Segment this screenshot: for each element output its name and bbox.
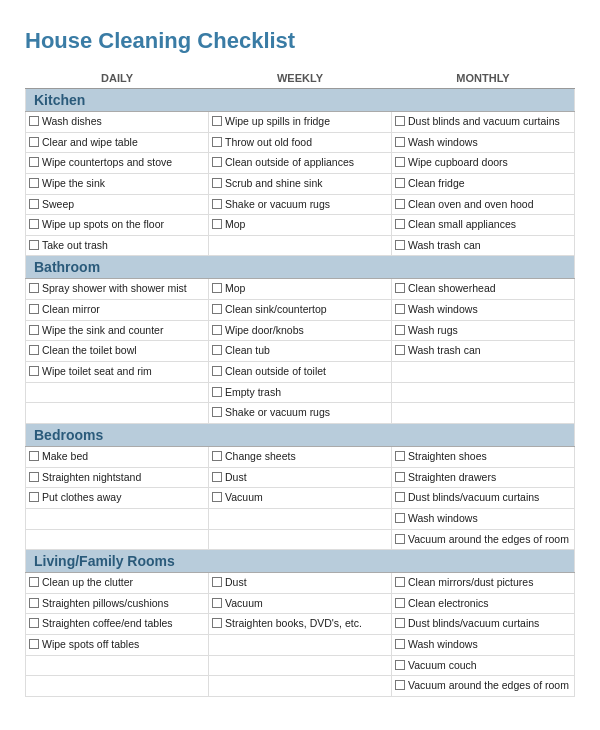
checkbox[interactable] [212, 345, 222, 355]
checkbox[interactable] [212, 577, 222, 587]
item-monthly-3-1: Clean electronics [395, 596, 571, 612]
checkbox[interactable] [395, 137, 405, 147]
checkbox[interactable] [29, 345, 39, 355]
col-monthly: MONTHLY [392, 68, 575, 89]
checkbox[interactable] [212, 451, 222, 461]
checkbox[interactable] [395, 598, 405, 608]
table-row: Put clothes awayVacuumDust blinds/vacuum… [26, 488, 575, 509]
checkbox[interactable] [395, 325, 405, 335]
checkbox[interactable] [29, 178, 39, 188]
checkbox[interactable] [29, 116, 39, 126]
col-weekly: WEEKLY [209, 68, 392, 89]
item-weekly-0-2: Clean outside of appliances [212, 155, 388, 171]
item-daily-3-0: Clean up the clutter [29, 575, 205, 591]
checkbox[interactable] [212, 137, 222, 147]
item-monthly-3-0: Clean mirrors/dust pictures [395, 575, 571, 591]
item-label: Vacuum around the edges of room [408, 533, 569, 547]
checkbox[interactable] [29, 325, 39, 335]
checkbox[interactable] [395, 492, 405, 502]
checkbox[interactable] [395, 240, 405, 250]
checkbox[interactable] [395, 178, 405, 188]
item-monthly-2-0: Straighten shoes [395, 449, 571, 465]
page-title: House Cleaning Checklist [25, 28, 575, 54]
item-label: Take out trash [42, 239, 108, 253]
checkbox[interactable] [29, 598, 39, 608]
checkbox[interactable] [29, 199, 39, 209]
checkbox[interactable] [212, 325, 222, 335]
checkbox[interactable] [212, 492, 222, 502]
table-row: Wash dishesWipe up spills in fridgeDust … [26, 112, 575, 133]
checkbox[interactable] [212, 387, 222, 397]
item-label: Clean oven and oven hood [408, 198, 534, 212]
checkbox[interactable] [29, 472, 39, 482]
table-row: Clean up the clutterDustClean mirrors/du… [26, 573, 575, 594]
item-daily-3-3: Wipe spots off tables [29, 637, 205, 653]
checkbox[interactable] [212, 366, 222, 376]
checkbox[interactable] [395, 618, 405, 628]
item-label: Clean sink/countertop [225, 303, 327, 317]
checkbox[interactable] [212, 407, 222, 417]
checkbox[interactable] [395, 660, 405, 670]
checkbox[interactable] [212, 199, 222, 209]
item-label: Empty trash [225, 386, 281, 400]
checkbox[interactable] [212, 157, 222, 167]
item-weekly-2-1: Dust [212, 470, 388, 486]
checkbox[interactable] [212, 178, 222, 188]
checkbox[interactable] [212, 618, 222, 628]
checkbox[interactable] [212, 598, 222, 608]
checkbox[interactable] [212, 472, 222, 482]
checkbox[interactable] [212, 304, 222, 314]
checkbox[interactable] [395, 157, 405, 167]
item-monthly-0-2: Wipe cupboard doors [395, 155, 571, 171]
item-label: Clean the toilet bowl [42, 344, 137, 358]
checkbox[interactable] [212, 116, 222, 126]
item-label: Wipe the sink and counter [42, 324, 163, 338]
checkbox[interactable] [29, 304, 39, 314]
checkbox[interactable] [395, 283, 405, 293]
item-label: Clean small appliances [408, 218, 516, 232]
item-weekly-1-1: Clean sink/countertop [212, 302, 388, 318]
checkbox[interactable] [395, 534, 405, 544]
checkbox[interactable] [395, 680, 405, 690]
checkbox[interactable] [29, 137, 39, 147]
table-row: Empty trash [26, 382, 575, 403]
checkbox[interactable] [395, 513, 405, 523]
item-label: Wash rugs [408, 324, 458, 338]
item-label: Clean showerhead [408, 282, 496, 296]
item-label: Clean up the clutter [42, 576, 133, 590]
checkbox[interactable] [29, 366, 39, 376]
checkbox[interactable] [29, 157, 39, 167]
checkbox[interactable] [29, 639, 39, 649]
checkbox[interactable] [29, 240, 39, 250]
checkbox[interactable] [395, 304, 405, 314]
section-header-1: Bathroom [26, 256, 575, 279]
checkbox[interactable] [395, 199, 405, 209]
checkbox[interactable] [29, 451, 39, 461]
item-weekly-3-0: Dust [212, 575, 388, 591]
item-weekly-0-5: Mop [212, 217, 388, 233]
table-row: Make bedChange sheetsStraighten shoes [26, 446, 575, 467]
item-label: Straighten shoes [408, 450, 487, 464]
item-daily-2-1: Straighten nightstand [29, 470, 205, 486]
checkbox[interactable] [395, 116, 405, 126]
checkbox[interactable] [395, 639, 405, 649]
checkbox[interactable] [29, 618, 39, 628]
item-monthly-2-4: Vacuum around the edges of room [395, 532, 571, 548]
checkbox[interactable] [29, 283, 39, 293]
checkbox[interactable] [29, 577, 39, 587]
checkbox[interactable] [395, 345, 405, 355]
item-weekly-3-2: Straighten books, DVD's, etc. [212, 616, 388, 632]
checkbox[interactable] [212, 219, 222, 229]
item-monthly-0-6: Wash trash can [395, 238, 571, 254]
checkbox[interactable] [29, 219, 39, 229]
table-row: Clean the toilet bowlClean tubWash trash… [26, 341, 575, 362]
section-header-3: Living/Family Rooms [26, 550, 575, 573]
item-weekly-1-2: Wipe door/knobs [212, 323, 388, 339]
checkbox[interactable] [29, 492, 39, 502]
checkbox[interactable] [395, 577, 405, 587]
item-weekly-1-0: Mop [212, 281, 388, 297]
checkbox[interactable] [395, 219, 405, 229]
checkbox[interactable] [212, 283, 222, 293]
checkbox[interactable] [395, 451, 405, 461]
checkbox[interactable] [395, 472, 405, 482]
